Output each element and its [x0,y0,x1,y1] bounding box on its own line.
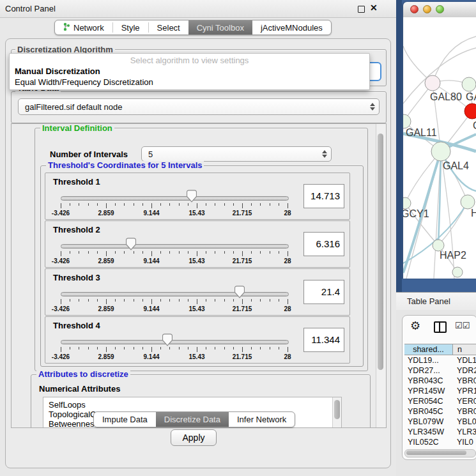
network-node-c[interactable] [464,104,476,119]
tab-cyni-toolbox[interactable]: Cyni Toolbox [188,20,252,35]
tab-infer-network[interactable]: Infer Network [229,412,295,427]
desktop-edge [396,0,402,292]
table-data-combo-value: galFiltered.sif default node [25,102,122,112]
column-header-n[interactable]: n [453,344,476,355]
attribute-item-selfloops[interactable]: SelfLoops [43,397,341,410]
tab-jactivemnodules[interactable]: jActiveMNodules [252,20,331,35]
num-intervals-combo[interactable]: 5 [141,146,332,162]
table-horizontal-scrollbar[interactable] [404,449,476,457]
table-row[interactable]: YER054CYER0 [404,396,476,406]
table-cell: YBR0 [452,406,476,417]
cyni-toolbox-panel: Discretization Algorithm Select algorith… [5,38,391,468]
table-row[interactable]: YDR27...YDR2 [404,365,476,376]
tab-impute-data[interactable]: Impute Data [94,412,156,427]
table-cell: YIL0 [452,437,476,447]
table-cell: YIL052C [404,437,452,447]
network-tab-icon [63,22,70,33]
slider-tick-labels: -3.4262.8599.14415.4321.71528 [61,305,288,313]
table-data-group: Table Data galFiltered.sif default node [11,91,387,123]
network-node-gcy1[interactable] [403,197,411,209]
algorithm-dropdown-popup: Select algorithm to view settings Manual… [9,53,370,90]
slider-thumb[interactable] [234,286,245,298]
slider-thumb[interactable] [126,238,136,250]
table-panel: Table Panel ⚙ ☑☑ shared...nYDL19...YDL1Y… [396,292,476,476]
algorithm-prompt-item[interactable]: Select algorithm to view settings [10,56,369,65]
threshold-box-3: Threshold 3-3.4262.8599.14415.4321.71528… [45,268,350,316]
network-node-gal4[interactable] [431,142,450,161]
slider-track[interactable] [61,196,289,201]
num-intervals-label: Number of Intervals [50,150,128,159]
threshold-value-field[interactable]: 14.713 [303,184,344,208]
num-intervals-value: 5 [148,150,153,159]
close-icon[interactable]: ✕ [370,3,378,13]
thresholds-group: Threshold's Coordinates for 5 Intervals … [40,165,364,367]
control-panel: Control Panel ✕ NetworkStyleSelectCyni T… [0,0,396,476]
table-cell: YDR27... [404,365,452,376]
window-minimize-button[interactable] [423,5,431,13]
table-row[interactable]: YPR145WYPR1 [404,386,476,396]
gear-icon[interactable]: ⚙ [410,319,420,333]
threshold-value-field[interactable]: 21.4 [303,280,344,304]
algorithm-option-manual[interactable]: Manual Discretization [15,66,100,76]
network-graph: GAL80GACGAL11GAL4GCY1HHAP2 [403,17,476,279]
table-row[interactable]: YBR043CYBR0 [404,376,476,386]
tab-style[interactable]: Style [113,20,148,35]
slider-ticks [61,251,288,257]
table-panel-title: Table Panel [407,296,450,306]
table-row[interactable]: YBL079WYBL0 [404,417,476,427]
window-close-button[interactable] [410,5,418,13]
table-cell: YBL0 [452,417,476,427]
network-window: GAL80GACGAL11GAL4GCY1HHAP2 [403,2,476,279]
table-cell: YBR0 [452,376,476,386]
numerical-attributes-heading: Numerical Attributes [39,384,120,394]
table-row[interactable]: YLR345WYLR3 [404,427,476,437]
network-edge[interactable] [433,36,476,83]
table-data-combo[interactable]: galFiltered.sif default node [18,98,380,115]
slider-thumb[interactable] [187,190,197,203]
split-columns-icon[interactable] [434,321,447,333]
algorithm-option-equal-width[interactable]: Equal Width/Frequency Discretization [15,77,153,87]
table-cell: YBL079W [404,417,452,427]
table-cell: YBR043C [404,376,452,386]
threshold-value-field[interactable]: 11.344 [303,328,344,352]
network-node-ga[interactable] [462,77,476,91]
slider-ticks [61,203,288,209]
panel-title: Control Panel [5,4,56,13]
table-row[interactable]: YBR045CYBR0 [404,406,476,417]
network-canvas[interactable]: GAL80GACGAL11GAL4GCY1HHAP2 [403,17,476,279]
tab-discretize-data[interactable]: Discretize Data [156,412,229,427]
network-desktop: GAL80GACGAL11GAL4GCY1HHAP2 [396,0,476,292]
table-panel-body: ⚙ ☑☑ shared...nYDL19...YDL1YDR27...YDR2Y… [402,315,476,460]
float-window-icon[interactable] [358,6,365,13]
slider-thumb[interactable] [162,334,173,346]
table-row[interactable]: YIL052CYIL0 [404,437,476,447]
settings-scrollbar[interactable] [376,124,386,427]
select-columns-checkbox-icons[interactable]: ☑☑ [455,321,470,330]
slider-track[interactable] [61,340,289,344]
table-cell: YER054C [404,396,452,406]
bottom-tab-bar: Impute DataDiscretize DataInfer Network [93,411,295,427]
table-cell: YER0 [452,396,476,406]
network-node-h[interactable] [461,195,475,209]
network-node-gal80[interactable] [425,75,440,91]
network-window-titlebar[interactable] [403,2,476,18]
table-row[interactable]: YDL19...YDL1 [404,355,476,365]
column-header-shared[interactable]: shared... [404,344,453,355]
slider-track[interactable] [61,244,289,249]
threshold-value-field[interactable]: 6.316 [303,232,344,256]
tab-network[interactable]: Network [55,20,112,35]
tab-select[interactable]: Select [149,20,188,35]
interval-definition-group: Interval Definition Number of Intervals … [35,128,368,371]
attribute-list-scrollbar[interactable] [332,397,341,428]
table-cell: YDL1 [452,355,476,365]
combo-stepper-icon [322,150,327,158]
network-node-label: H [471,208,476,219]
table-cell: YDL19... [404,355,452,365]
network-node-label: HAP2 [440,250,466,261]
apply-button[interactable]: Apply [171,429,217,446]
network-node[interactable] [452,267,463,277]
threshold-label: Threshold 1 [53,177,100,187]
slider-track[interactable] [61,292,289,296]
window-zoom-button[interactable] [436,5,444,13]
tab-label: Style [121,23,140,33]
